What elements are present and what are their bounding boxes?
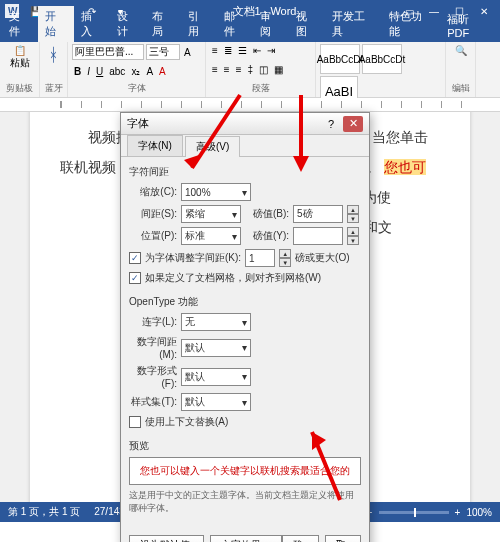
position-pt-label: 磅值(Y): — [245, 229, 289, 243]
preview-desc: 这是用于中文的正文主题字体。当前文档主题定义将使用哪种字体。 — [129, 489, 361, 515]
kerning-spinner[interactable]: ▲▼ — [279, 249, 291, 267]
preview-section-title: 预览 — [129, 439, 361, 453]
ligatures-select[interactable]: 无▾ — [181, 313, 251, 331]
horizontal-ruler[interactable] — [0, 98, 500, 112]
context-checkbox[interactable] — [129, 416, 141, 428]
grid-label: 如果定义了文档网格，则对齐到网格(W) — [145, 271, 321, 285]
tab-references[interactable]: 引用 — [181, 6, 217, 42]
dialog-body: 字符间距 缩放(C): 100%▾ 间距(S): 紧缩▾ 磅值(B): 5磅 ▲… — [121, 157, 369, 529]
zoom-level[interactable]: 100% — [466, 507, 492, 518]
tab-pdf[interactable]: 福昕PDF — [440, 9, 498, 42]
zoom-controls: − + 100% — [367, 507, 492, 518]
spacing-pt-input[interactable]: 5磅 — [293, 205, 343, 223]
align-right-icon[interactable]: ≡ — [234, 63, 244, 76]
style-nospacing[interactable]: AaBbCcDt — [362, 44, 402, 74]
kerning-input[interactable]: 1 — [245, 249, 275, 267]
multilevel-icon[interactable]: ☰ — [236, 44, 249, 57]
dialog-help-icon[interactable]: ? — [321, 116, 341, 132]
set-default-button[interactable]: 设为默认值(D) — [129, 535, 204, 542]
numspacing-select[interactable]: 默认▾ — [181, 339, 251, 357]
scale-input[interactable]: 100%▾ — [181, 183, 251, 201]
dialog-titlebar[interactable]: 字体 ? ✕ — [121, 113, 369, 135]
paragraph-group-label: 段落 — [210, 82, 311, 95]
kerning-checkbox[interactable]: ✓ — [129, 252, 141, 264]
dialog-title: 字体 — [127, 116, 149, 131]
tab-insert[interactable]: 插入 — [74, 6, 110, 42]
text-effects-button[interactable]: 文字效果(E)... — [210, 535, 283, 542]
align-left-icon[interactable]: ≡ — [210, 63, 220, 76]
opentype-section-title: OpenType 功能 — [129, 295, 361, 309]
underline-icon[interactable]: U — [94, 65, 105, 78]
bullets-icon[interactable]: ≡ — [210, 44, 220, 57]
tab-review[interactable]: 审阅 — [253, 6, 289, 42]
indent-inc-icon[interactable]: ⇥ — [265, 44, 277, 57]
ligatures-label: 连字(L): — [129, 315, 177, 329]
dialog-close-icon[interactable]: ✕ — [343, 116, 363, 132]
dialog-tab-advanced[interactable]: 高级(V) — [185, 136, 240, 157]
font-family-select[interactable]: 阿里巴巴普... — [72, 44, 144, 60]
tab-view[interactable]: 视图 — [289, 6, 325, 42]
zoom-in-icon[interactable]: + — [455, 507, 461, 518]
page-status[interactable]: 第 1 页，共 1 页 — [8, 505, 80, 519]
tab-file[interactable]: 文件 — [2, 6, 38, 42]
position-pt-spinner[interactable]: ▲▼ — [347, 227, 359, 245]
font-size-select[interactable]: 三号 — [146, 44, 180, 60]
position-label: 位置(P): — [129, 229, 177, 243]
tab-layout[interactable]: 布局 — [145, 6, 181, 42]
text-hl1: 您也可 — [384, 159, 426, 175]
ok-button[interactable]: 确定 — [282, 535, 318, 542]
numbering-icon[interactable]: ≣ — [222, 44, 234, 57]
spacing-pt-spinner[interactable]: ▲▼ — [347, 205, 359, 223]
style-normal[interactable]: AaBbCcDt — [320, 44, 360, 74]
grow-font-icon[interactable]: A — [182, 46, 193, 59]
cancel-button[interactable]: 取消 — [325, 535, 361, 542]
numform-label: 数字形式(F): — [129, 364, 177, 389]
kerning-unit: 磅或更大(O) — [295, 251, 349, 265]
shading-icon[interactable]: ◫ — [257, 63, 270, 76]
numform-select[interactable]: 默认▾ — [181, 368, 251, 386]
find-icon[interactable]: 🔍 — [450, 44, 471, 57]
position-select[interactable]: 标准▾ — [181, 227, 241, 245]
italic-icon[interactable]: I — [85, 65, 92, 78]
bluetooth-icon[interactable]: ᚼ — [44, 44, 63, 67]
paste-label: 粘贴 — [10, 56, 30, 70]
font-dialog: 字体 ? ✕ 字体(N) 高级(V) 字符间距 缩放(C): 100%▾ 间距(… — [120, 112, 370, 542]
kerning-label: 为字体调整字间距(K): — [145, 251, 241, 265]
context-label: 使用上下文替换(A) — [145, 415, 228, 429]
font-color-icon[interactable]: A — [157, 65, 168, 78]
paste-button[interactable]: 📋 粘贴 — [4, 44, 35, 71]
clipboard-group-label: 剪贴板 — [4, 82, 35, 95]
spacing-label: 间距(S): — [129, 207, 177, 221]
editing-group-label: 编辑 — [450, 82, 471, 95]
zoom-slider[interactable] — [379, 511, 449, 514]
tab-features[interactable]: 特色功能 — [382, 6, 440, 42]
dialog-tabs: 字体(N) 高级(V) — [121, 135, 369, 157]
spacing-section-title: 字符间距 — [129, 165, 361, 179]
highlight-icon[interactable]: A — [144, 65, 155, 78]
dialog-tab-font[interactable]: 字体(N) — [127, 135, 183, 156]
tab-mailings[interactable]: 邮件 — [217, 6, 253, 42]
tab-design[interactable]: 设计 — [110, 6, 146, 42]
strike-icon[interactable]: abc — [107, 65, 127, 78]
grid-checkbox[interactable]: ✓ — [129, 272, 141, 284]
line-spacing-icon[interactable]: ‡ — [246, 63, 256, 76]
position-pt-input[interactable] — [293, 227, 343, 245]
borders-icon[interactable]: ▦ — [272, 63, 285, 76]
tab-home[interactable]: 开始 — [38, 6, 74, 42]
bold-icon[interactable]: B — [72, 65, 83, 78]
dialog-buttons: 设为默认值(D) 文字效果(E)... 确定 取消 — [121, 529, 369, 542]
tab-devtools[interactable]: 开发工具 — [325, 6, 383, 42]
clipboard-icon: 📋 — [14, 45, 26, 56]
sub-icon[interactable]: x₂ — [129, 65, 142, 78]
bluetooth-group-label: 蓝牙 — [44, 82, 63, 95]
indent-dec-icon[interactable]: ⇤ — [251, 44, 263, 57]
styleset-label: 样式集(T): — [129, 395, 177, 409]
font-group-label: 字体 — [72, 82, 201, 95]
spacing-select[interactable]: 紧缩▾ — [181, 205, 241, 223]
ribbon: 📋 粘贴 剪贴板 ᚼ 蓝牙 阿里巴巴普... 三号 A B I U abc x₂… — [0, 42, 500, 98]
numspacing-label: 数字间距(M): — [129, 335, 177, 360]
styleset-select[interactable]: 默认▾ — [181, 393, 251, 411]
preview-box: 您也可以键入一个关键字以联机搜索最适合您的 — [129, 457, 361, 485]
align-center-icon[interactable]: ≡ — [222, 63, 232, 76]
spacing-pt-label: 磅值(B): — [245, 207, 289, 221]
